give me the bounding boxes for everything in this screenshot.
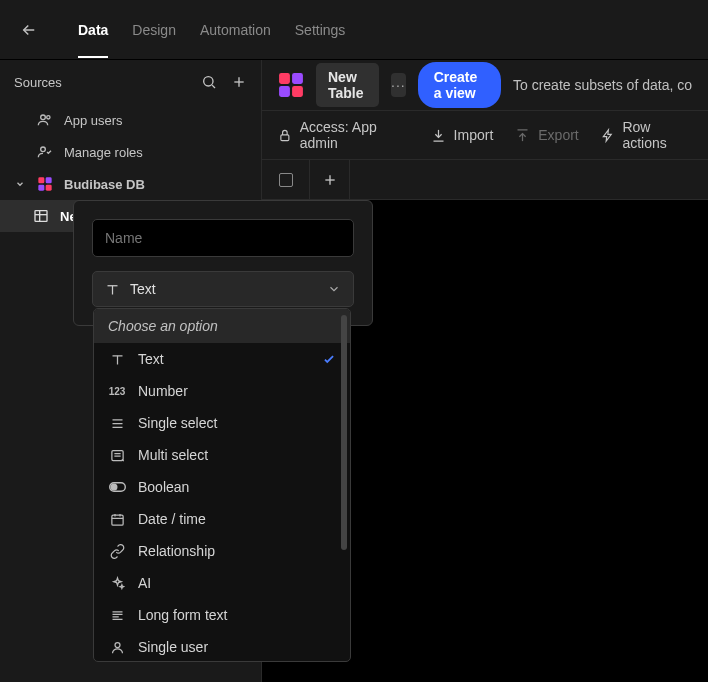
roles-icon — [36, 144, 54, 160]
top-nav: Data Design Automation Settings — [0, 0, 708, 60]
multi-list-icon — [108, 448, 126, 463]
search-icon — [201, 74, 217, 90]
chevron-down-icon — [327, 282, 341, 296]
dropdown-option-label: Single user — [138, 639, 208, 655]
dropdown-option-label: Multi select — [138, 447, 208, 463]
sidebar-item-label: Manage roles — [64, 145, 143, 160]
back-button[interactable] — [20, 21, 60, 39]
checkbox-icon — [279, 173, 293, 187]
svg-rect-7 — [46, 185, 52, 191]
dropdown-option-label: Boolean — [138, 479, 189, 495]
sidebar-item-label: Budibase DB — [64, 177, 145, 192]
dropdown-scrollbar[interactable] — [341, 315, 347, 550]
dropdown-option-label: AI — [138, 575, 151, 591]
dropdown-option-long-form-text[interactable]: Long form text — [94, 599, 350, 631]
svg-rect-10 — [292, 73, 303, 84]
svg-rect-17 — [111, 515, 122, 525]
dropdown-option-label: Long form text — [138, 607, 228, 623]
dropdown-option-single-select[interactable]: Single select — [94, 407, 350, 439]
tab-design[interactable]: Design — [132, 2, 176, 58]
add-source-button[interactable] — [231, 74, 247, 90]
lightning-icon — [601, 128, 615, 143]
column-type-dropdown: Choose an option Text 123 Number Single … — [93, 308, 351, 662]
dropdown-option-label: Single select — [138, 415, 217, 431]
select-all-cell[interactable] — [262, 160, 310, 199]
column-name-input[interactable] — [92, 219, 354, 257]
svg-rect-9 — [279, 73, 290, 84]
import-icon — [431, 128, 446, 143]
table-name-pill[interactable]: New Table — [316, 63, 379, 107]
dropdown-option-label: Relationship — [138, 543, 215, 559]
link-icon — [108, 544, 126, 559]
create-view-button[interactable]: Create a view — [418, 62, 501, 108]
sidebar-item-app-users[interactable]: App users — [0, 104, 261, 136]
table-toolbar: Access: App admin Import Export Row acti… — [262, 111, 708, 160]
svg-point-0 — [204, 77, 213, 86]
arrow-left-icon — [20, 21, 38, 39]
dropdown-placeholder: Choose an option — [94, 309, 350, 343]
dropdown-option-boolean[interactable]: Boolean — [94, 471, 350, 503]
access-button[interactable]: Access: App admin — [278, 119, 409, 151]
svg-rect-5 — [46, 177, 52, 183]
create-view-hint: To create subsets of data, co — [513, 77, 692, 93]
check-icon — [322, 352, 336, 366]
sidebar-title: Sources — [14, 75, 62, 90]
svg-rect-6 — [38, 185, 44, 191]
add-column-button[interactable] — [310, 160, 350, 199]
text-icon — [105, 282, 120, 297]
dropdown-option-relationship[interactable]: Relationship — [94, 535, 350, 567]
table-more-button[interactable]: ··· — [391, 73, 406, 97]
svg-rect-11 — [279, 86, 290, 97]
type-select-value: Text — [130, 281, 156, 297]
toolbar-label: Row actions — [622, 119, 692, 151]
tab-automation[interactable]: Automation — [200, 2, 271, 58]
export-button[interactable]: Export — [515, 127, 578, 143]
dropdown-option-text[interactable]: Text — [94, 343, 350, 375]
dropdown-option-label: Number — [138, 383, 188, 399]
tab-data[interactable]: Data — [78, 2, 108, 58]
plus-icon — [322, 172, 338, 188]
row-actions-button[interactable]: Row actions — [601, 119, 692, 151]
svg-rect-8 — [35, 211, 47, 222]
column-type-select[interactable]: Text — [92, 271, 354, 307]
svg-point-1 — [41, 115, 46, 120]
export-icon — [515, 128, 530, 143]
search-sources-button[interactable] — [201, 74, 217, 90]
tab-settings[interactable]: Settings — [295, 2, 346, 58]
toolbar-label: Export — [538, 127, 578, 143]
users-icon — [36, 112, 54, 128]
text-icon — [108, 352, 126, 367]
lock-icon — [278, 128, 292, 143]
top-nav-tabs: Data Design Automation Settings — [78, 2, 345, 58]
sidebar-item-manage-roles[interactable]: Manage roles — [0, 136, 261, 168]
dropdown-option-label: Date / time — [138, 511, 206, 527]
dropdown-option-single-user[interactable]: Single user — [94, 631, 350, 661]
svg-point-18 — [115, 642, 120, 647]
svg-point-2 — [47, 116, 50, 119]
import-button[interactable]: Import — [431, 127, 494, 143]
dropdown-option-date-time[interactable]: Date / time — [94, 503, 350, 535]
plus-icon — [231, 74, 247, 90]
dropdown-option-multi-select[interactable]: Multi select — [94, 439, 350, 471]
svg-rect-13 — [281, 134, 289, 140]
svg-point-16 — [111, 484, 117, 490]
svg-rect-12 — [292, 86, 303, 97]
content-header: New Table ··· Create a view To create su… — [262, 60, 708, 111]
toolbar-label: Import — [454, 127, 494, 143]
grid-header — [262, 160, 708, 200]
paragraph-icon — [108, 608, 126, 623]
svg-point-3 — [41, 147, 46, 152]
dropdown-option-number[interactable]: 123 Number — [94, 375, 350, 407]
sidebar-item-budibase-db[interactable]: Budibase DB — [0, 168, 261, 200]
app-logo-icon — [278, 72, 304, 98]
caret-down-icon — [14, 179, 26, 189]
toggle-icon — [108, 481, 126, 493]
ellipsis-icon: ··· — [391, 77, 406, 93]
number-icon: 123 — [108, 386, 126, 397]
dropdown-option-ai[interactable]: AI — [94, 567, 350, 599]
list-icon — [108, 416, 126, 431]
dropdown-option-label: Text — [138, 351, 164, 367]
budibase-logo-icon — [36, 176, 54, 192]
toolbar-label: Access: App admin — [300, 119, 409, 151]
sidebar-item-label: App users — [64, 113, 123, 128]
